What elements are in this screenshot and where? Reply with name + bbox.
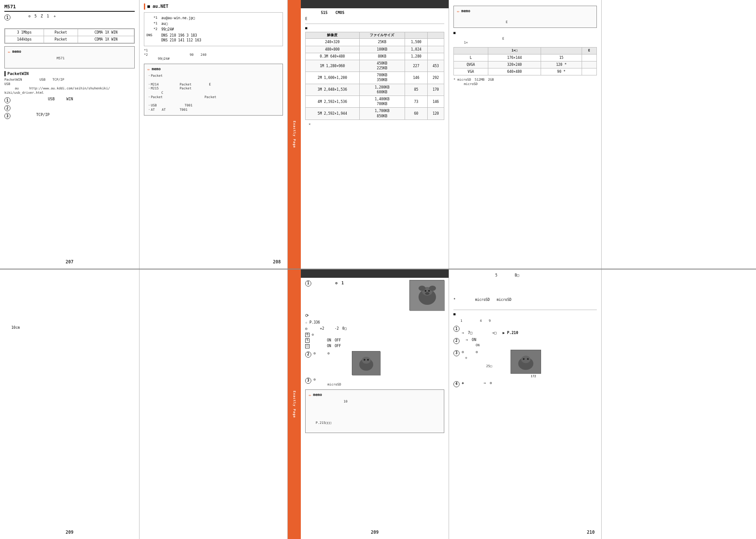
step-3-text: TCP/IP (13, 113, 65, 119)
cnt1-cell: 60 (405, 108, 428, 119)
step-1-circle: 1 (305, 280, 311, 287)
size-cell: 100KB (359, 46, 405, 53)
right-note-1: E 1× (453, 37, 597, 45)
br-step-1-sub: → 7□ →□ (462, 331, 501, 335)
step-usb-text: USB WIN (13, 97, 73, 103)
bottom-right-section-label: ■ (453, 312, 597, 317)
num-2: 2 (4, 105, 10, 111)
table-row: 480×800 100KB 1,024 (306, 46, 444, 53)
connection-table-inner: 3 1Mbps Packet CDMA 1X WIN 144kbps Packe… (5, 29, 134, 43)
svg-point-10 (362, 357, 371, 364)
top-center-left-section: ■ au.NET *1 au@au-win.ne.jp□ *1 au□ *2 9… (140, 0, 288, 269)
step-2-icon: ⊙ ⊙ (313, 351, 330, 355)
table-row: 0.3M 640×480 80KB 1,280 (306, 53, 444, 60)
res-cell: 0.3M 640×480 (306, 53, 360, 60)
br-step-2: 2 → ON ON (453, 338, 597, 348)
memo-content-2: ・Packet ・M214 Packet E ・M215 Packet C ・P… (147, 74, 279, 112)
checkbox-6-sym: 6 (305, 333, 310, 337)
br-step-3-text-wrap: ⊙ ⊙ ⊙ 25□ (462, 350, 507, 379)
br-step-4: 4 ❖ → ⊙ (453, 381, 597, 392)
res-cell: 240×320 (306, 39, 360, 46)
exposure-sym: ◎ (305, 326, 307, 331)
dog-image-2 (352, 351, 380, 375)
cnt2-cell (427, 39, 444, 46)
step-3-text: microSD (313, 382, 359, 386)
val-l: 15 (541, 54, 582, 61)
br-num-4: 4 (453, 381, 460, 387)
step-3-circle: 3 (305, 378, 311, 384)
bottom-far-right-section (602, 270, 756, 539)
camera-step-items: ⟳ ☆ P.336 ◎ +2 -2 0□ 6 ⊙ (305, 313, 444, 349)
res-cell: 4M 2,592×1,536 (306, 96, 360, 108)
table-row: VGA 640×480 90 * (454, 68, 597, 75)
step-3-content: ⊙ microSD (313, 377, 359, 388)
memo-title-2: ✏ memo (147, 66, 279, 72)
br-step-1-text (462, 325, 505, 330)
setting-icon-row: ☆ P.336 (305, 320, 444, 325)
exposure-text: +2 -2 0□ (310, 326, 347, 331)
size-cell: 1,400KB700KB (359, 96, 405, 108)
br-step-1-ref: ▶ P.210 (503, 331, 518, 335)
br-step-3-content: ⊙ ⊙ ⊙ 25□ (462, 350, 541, 379)
size-cell: 1,200KB600KB (359, 84, 405, 96)
onoff-row-box: □ ON OFF (305, 344, 444, 348)
setting-sym: ☆ (305, 320, 307, 325)
table-row: 5M 2,592×1,944 1,700KB850KB 60 120 (306, 108, 444, 119)
table-row: 144kbps Packet CDMA 1X WIN (5, 36, 134, 43)
cnt1-cell: 1,024 (405, 46, 428, 53)
au-num: 99□24# (161, 27, 174, 32)
rotate-icon: ⟳ (305, 313, 309, 319)
svg-point-4 (429, 286, 436, 291)
memo-content-right: E (457, 16, 593, 24)
res-cell: 5M 2,592×1,944 (306, 108, 360, 119)
packet-1: Packet (44, 29, 78, 36)
setting-text: P.336 (310, 320, 355, 325)
bottom-right-section: 5 B□ * microSD microSD ■ (449, 270, 602, 539)
step-2: 2 (4, 105, 135, 111)
step-2-text (313, 356, 348, 360)
label-vga: VGA (454, 68, 488, 75)
table-row: 4M 2,592×1,536 1,400KB700KB 73 146 (306, 96, 444, 108)
top-right-section: ✏ memo E ■ E 1× (449, 0, 602, 269)
top-left-title: M571 (4, 3, 135, 12)
num-5-sym: 5 (305, 338, 310, 343)
page-container: M571 1 ⊙ 5 Z 1 ＋ 3 1Mbps Packet CDMA 1X … (0, 0, 756, 539)
cnt2-cell: 453 (427, 60, 444, 72)
cnt2-cell: 292 (427, 72, 444, 84)
th-label (454, 48, 488, 55)
svg-point-16 (523, 358, 524, 360)
step-1-subtext (10, 22, 135, 27)
memo-box-1: ✏ memo M571 (4, 46, 135, 68)
packetwin-title: PacketWIN (4, 71, 135, 77)
type-2: CDMA 1X WIN (78, 36, 134, 43)
orange-divider-bottom: Exactly Page (288, 270, 301, 539)
br-step-2-text: → ON (462, 338, 496, 342)
resolution-note: × (305, 122, 444, 131)
resolution-label: ■ (305, 26, 444, 31)
size-cell: 450KB225KB (359, 60, 405, 72)
header-row: 1×□ E (454, 48, 597, 55)
bottom-left-section: 10cm (0, 270, 140, 539)
br-step-2-sub: ON (462, 343, 511, 347)
svg-point-12 (367, 359, 369, 361)
step-1-text: ⊙ 5 Z 1 ＋ (13, 14, 57, 20)
br-num-2: 2 (453, 338, 460, 344)
memo-icon-right: ✏ (457, 8, 460, 14)
cmos-title: 515 CMOS (305, 10, 444, 16)
top-left-section: M571 1 ⊙ 5 Z 1 ＋ 3 1Mbps Packet CDMA 1X … (0, 0, 140, 269)
cnt1-cell: 1,500 (405, 39, 428, 46)
dns-1: DNS 210 196 3 183 (161, 33, 201, 38)
onoff-box-text: ON OFF (313, 344, 341, 348)
cnt1-cell: 1,280 (405, 53, 428, 60)
param-row-1: *1 au@au-win.ne.jp□ (146, 16, 280, 20)
bottom-row: 10cm (0, 270, 756, 539)
memo-content-cam: 10 P.215□□□ (309, 399, 441, 429)
br-dog-svg (511, 350, 541, 373)
packetwin-desc: PacketWIN USB TCP/IP USB au http://www.a… (4, 78, 135, 95)
au-id: au□ (161, 21, 167, 26)
cnt2-cell (427, 46, 444, 53)
th-size: ファイルサイズ (359, 32, 405, 39)
svg-point-3 (419, 286, 426, 291)
val-qvga: 120 * (541, 61, 582, 68)
memo-content-1: M571 (8, 56, 131, 65)
